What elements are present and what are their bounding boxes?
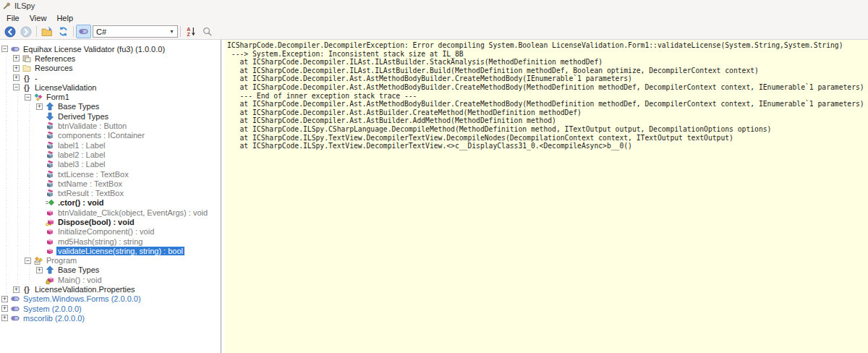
- tree-item[interactable]: .ctor() : void: [0, 198, 221, 208]
- tree-indent-guide: [25, 227, 36, 237]
- tree-item-label: btnValidate_Click(object, EventArgs) : v…: [56, 208, 209, 217]
- expand-icon[interactable]: +: [36, 267, 43, 273]
- tree-item[interactable]: md5Hash(string) : string: [0, 237, 221, 246]
- tree-item[interactable]: components : IContainer: [0, 131, 221, 140]
- forward-icon: [20, 26, 32, 38]
- expand-icon[interactable]: +: [1, 305, 8, 312]
- tree-item[interactable]: txtResult : TextBox: [0, 188, 221, 197]
- open-button[interactable]: [39, 25, 55, 39]
- tree-item[interactable]: Derived Types: [0, 111, 221, 121]
- expand-icon[interactable]: +: [13, 75, 20, 81]
- tree-indent-guide: [1, 179, 13, 188]
- menu-view[interactable]: View: [25, 13, 52, 23]
- tree-item[interactable]: +Base Types: [0, 102, 221, 111]
- collapse-icon[interactable]: −: [13, 84, 20, 90]
- tree-indent-guide: [1, 121, 13, 130]
- back-icon: [4, 26, 16, 38]
- expander-spacer: [36, 229, 43, 235]
- tree-item-label: System (2.0.0.0): [22, 305, 83, 313]
- field-icon: [46, 170, 54, 179]
- class-internal-icon: [34, 256, 43, 265]
- expander-spacer: [36, 209, 43, 216]
- tree-indent-guide: [25, 169, 36, 179]
- tree-item[interactable]: txtName : TextBox: [0, 179, 221, 188]
- tree-item[interactable]: +Resources: [0, 64, 221, 73]
- tree-item-label: label1 : Label: [56, 141, 106, 150]
- tree-item[interactable]: −Equihax License Validator (fu3) (1.0.0.…: [0, 44, 221, 54]
- expand-icon[interactable]: +: [13, 55, 20, 61]
- expander-spacer: [36, 171, 43, 177]
- tree-indent-guide: [25, 111, 36, 121]
- collapse-icon[interactable]: −: [1, 46, 8, 52]
- tree-item[interactable]: −Form1: [0, 92, 221, 101]
- base-types-icon: [46, 265, 54, 274]
- expand-icon[interactable]: +: [1, 315, 8, 321]
- tree-item[interactable]: −LicenseValidation: [0, 82, 221, 92]
- stack-trace-line: at ICSharpCode.Decompiler.Ast.AstBuilder…: [227, 116, 868, 125]
- tree-item[interactable]: btnValidate_Click(object, EventArgs) : v…: [0, 208, 221, 217]
- tree-item-label: System.Windows.Forms (2.0.0.0): [22, 294, 142, 303]
- tree-item[interactable]: Dispose(bool) : void: [0, 217, 221, 226]
- decompiler-text-view[interactable]: ICSharpCode.Decompiler.DecompilerExcepti…: [225, 40, 868, 353]
- expand-icon[interactable]: +: [13, 286, 20, 293]
- tree-indent-guide: [1, 111, 13, 121]
- tree-indent-guide: [1, 256, 13, 265]
- tree-item[interactable]: validateLicense(string, string) : bool: [0, 246, 221, 255]
- tree-item[interactable]: +LicenseValidation.Properties: [0, 284, 221, 294]
- tree-item[interactable]: Main() : void: [0, 275, 221, 284]
- toolbar-separator: [180, 26, 181, 37]
- main-area: −Equihax License Validator (fu3) (1.0.0.…: [0, 40, 868, 353]
- expander-spacer: [36, 247, 43, 254]
- stack-trace-line: at ICSharpCode.Decompiler.ILAst.ILAstBui…: [227, 58, 868, 67]
- search-button[interactable]: [199, 25, 215, 39]
- tree-indent-guide: [1, 188, 13, 197]
- tree-item[interactable]: +-: [0, 73, 221, 82]
- assembly-tree[interactable]: −Equihax License Validator (fu3) (1.0.0.…: [0, 40, 221, 353]
- tree-item-label: mscorlib (2.0.0.0): [22, 314, 86, 323]
- expand-icon[interactable]: +: [36, 103, 43, 110]
- base-types-icon: [46, 102, 54, 111]
- tree-item[interactable]: +mscorlib (2.0.0.0): [0, 313, 221, 323]
- forward-button[interactable]: [18, 25, 34, 39]
- tree-indent-guide: [1, 275, 13, 284]
- tree-indent-guide: [13, 131, 25, 140]
- stack-trace-line: at ICSharpCode.ILSpy.CSharpLanguage.Deco…: [227, 125, 868, 134]
- tree-indent-guide: [1, 160, 13, 169]
- tree-indent-guide: [13, 188, 25, 197]
- tree-indent-guide: [13, 198, 25, 208]
- ilspy-window: ILSpy File View Help C# ▼: [0, 0, 868, 353]
- field-icon: [46, 141, 54, 150]
- refresh-button[interactable]: [55, 25, 71, 39]
- tree-item[interactable]: label1 : Label: [0, 140, 221, 150]
- language-selector[interactable]: C# ▼: [93, 25, 178, 38]
- tree-item[interactable]: +System (2.0.0.0): [0, 304, 221, 313]
- tree-item[interactable]: +System.Windows.Forms (2.0.0.0): [0, 294, 221, 304]
- tree-indent-guide: [25, 198, 36, 208]
- tree-item[interactable]: +Base Types: [0, 265, 221, 275]
- resources-icon: [22, 64, 31, 72]
- collapse-icon[interactable]: −: [25, 94, 31, 101]
- tree-item-label: validateLicense(string, string) : bool: [56, 247, 184, 255]
- tree-item[interactable]: +References: [0, 54, 221, 63]
- menu-file[interactable]: File: [1, 13, 25, 23]
- tree-item[interactable]: label3 : Label: [0, 160, 221, 169]
- method-icon: [46, 227, 54, 236]
- sort-button[interactable]: [183, 25, 199, 39]
- expand-icon[interactable]: +: [1, 296, 8, 302]
- back-button[interactable]: [2, 25, 18, 39]
- expand-icon[interactable]: +: [13, 65, 20, 72]
- menu-help[interactable]: Help: [51, 13, 78, 23]
- tree-item[interactable]: btnValidate : Button: [0, 121, 221, 130]
- tree-item[interactable]: txtLicense : TextBox: [0, 169, 221, 179]
- tree-item[interactable]: label2 : Label: [0, 150, 221, 159]
- tree-indent-guide: [1, 198, 13, 208]
- stack-trace-line: at ICSharpCode.Decompiler.Ast.AstMethodB…: [227, 100, 868, 109]
- tree-item[interactable]: InitializeComponent() : void: [0, 227, 221, 237]
- method-icon: [46, 208, 54, 217]
- expander-spacer: [36, 218, 43, 225]
- show-internal-api-toggle[interactable]: [76, 25, 91, 38]
- tree-item[interactable]: −Program: [0, 256, 221, 265]
- tree-item-label: Resources: [33, 64, 75, 72]
- namespace-icon: [22, 285, 31, 294]
- collapse-icon[interactable]: −: [25, 258, 31, 264]
